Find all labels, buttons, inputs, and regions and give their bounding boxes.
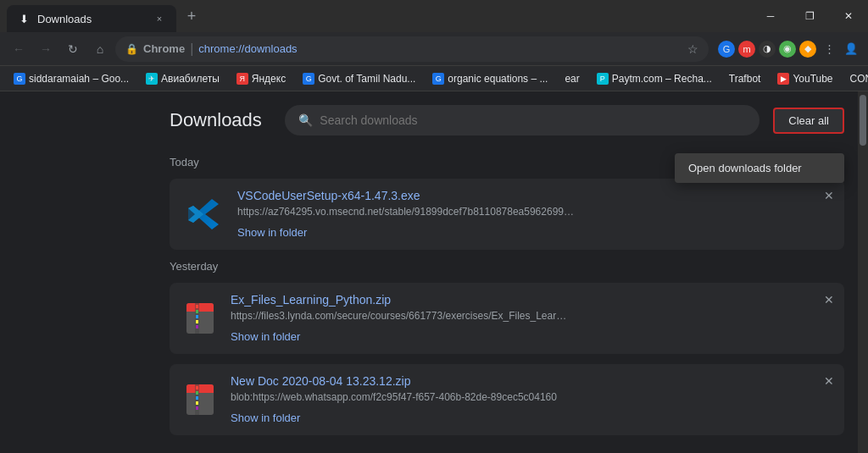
show-in-folder-0[interactable]: Show in folder <box>237 226 307 239</box>
toolbar-icons: G m ◑ ◉ ◆ ⋮ 👤 <box>717 39 861 59</box>
bookmark-item-3[interactable]: G Govt. of Tamil Nadu... <box>296 71 422 86</box>
download-info-1: Ex_Files_Learning_Python.zip https://fil… <box>231 293 831 344</box>
svg-rect-5 <box>186 308 214 312</box>
download-filename-2: New Doc 2020-08-04 13.23.12.zip <box>231 374 831 388</box>
svg-rect-11 <box>196 325 198 329</box>
search-icon: 🔍 <box>298 113 313 127</box>
bookmark-favicon-4: G <box>432 73 444 85</box>
bookmark-label-9: CONTENT WRITING... <box>850 73 868 85</box>
download-url-0: https://az764295.vo.msecnd.net/stable/91… <box>237 206 576 218</box>
bookmark-label-1: Авиабилеты <box>161 73 220 85</box>
svg-marker-2 <box>188 206 203 223</box>
download-filename-0: VSCodeUserSetup-x64-1.47.3.exe <box>237 189 831 202</box>
bookmark-favicon-0: G <box>14 73 25 85</box>
svg-rect-20 <box>196 406 198 410</box>
close-button[interactable]: ✕ <box>829 0 868 32</box>
bookmark-favicon-2: Я <box>236 73 248 85</box>
download-filename-1: Ex_Files_Learning_Python.zip <box>231 293 831 307</box>
bookmark-label-6: Paytm.com – Recha... <box>612 73 712 85</box>
dropdown-menu: Open downloads folder <box>675 153 844 183</box>
download-info-0: VSCodeUserSetup-x64-1.47.3.exe https://a… <box>237 189 831 240</box>
page-container: Downloads 🔍 Clear all Open downloads fol… <box>0 91 868 453</box>
bookmark-favicon-1: ✈ <box>146 73 158 85</box>
window-controls: ─ ❐ ✕ <box>751 0 868 32</box>
svg-rect-8 <box>196 310 198 313</box>
address-bar: ← → ↻ ⌂ 🔒 Chrome | chrome://downloads ☆ … <box>0 32 868 66</box>
download-url-1: https://files3.lynda.com/secure/courses/… <box>231 310 570 322</box>
separator: | <box>190 41 193 57</box>
tab-close-button[interactable]: × <box>153 12 166 25</box>
more-tools-button[interactable]: ⋮ <box>819 39 839 59</box>
svg-rect-9 <box>196 315 198 318</box>
bookmark-item-9[interactable]: CONTENT WRITING... <box>843 71 868 86</box>
svg-rect-7 <box>196 305 198 308</box>
tab-title: Downloads <box>37 13 146 25</box>
ext-icon-5[interactable]: ◆ <box>799 41 816 58</box>
download-item-0: VSCodeUserSetup-x64-1.47.3.exe https://a… <box>170 179 844 250</box>
bookmark-favicon-6: P <box>597 73 609 85</box>
clear-all-button[interactable]: Clear all <box>773 108 844 134</box>
bookmark-item-8[interactable]: ▶ YouTube <box>771 71 839 86</box>
bookmark-favicon-3: G <box>303 73 314 85</box>
bookmark-item-1[interactable]: ✈ Авиабилеты <box>139 71 226 86</box>
download-info-2: New Doc 2020-08-04 13.23.12.zip blob:htt… <box>231 374 831 425</box>
new-tab-button[interactable]: + <box>180 4 203 28</box>
url-display: chrome://downloads <box>198 42 682 55</box>
bookmarks-bar: G siddaramaiah – Goo... ✈ Авиабилеты Я Я… <box>0 66 868 91</box>
site-name: Chrome <box>143 42 185 55</box>
minimize-button[interactable]: ─ <box>751 0 790 32</box>
maximize-button[interactable]: ❐ <box>790 0 829 32</box>
bookmark-label-2: Яндекс <box>252 73 286 85</box>
remove-download-2[interactable]: ✕ <box>824 374 834 388</box>
bookmark-label-5: ear <box>565 73 579 85</box>
clear-all-container: Clear all Open downloads folder <box>773 108 844 134</box>
bookmark-item-7[interactable]: Trafbot <box>722 71 768 86</box>
page-title: Downloads <box>170 109 262 131</box>
download-item-2: New Doc 2020-08-04 13.23.12.zip blob:htt… <box>170 364 844 435</box>
scrollbar-thumb[interactable] <box>860 95 866 146</box>
ext-icon-4[interactable]: ◉ <box>779 41 796 58</box>
remove-download-1[interactable]: ✕ <box>824 293 834 307</box>
svg-rect-14 <box>186 389 214 393</box>
bookmark-label-8: YouTube <box>793 73 832 85</box>
bookmark-label-0: siddaramaiah – Goo... <box>29 73 129 85</box>
svg-rect-16 <box>196 386 198 389</box>
downloads-header: Downloads 🔍 Clear all Open downloads fol… <box>170 91 844 149</box>
forward-button[interactable]: → <box>34 37 58 61</box>
refresh-button[interactable]: ↻ <box>61 37 85 61</box>
bookmark-item-4[interactable]: G organic equations – ... <box>426 71 554 86</box>
scrollbar-track[interactable] <box>858 91 868 453</box>
bookmark-item-0[interactable]: G siddaramaiah – Goo... <box>7 71 136 86</box>
tab-bar: ⬇ Downloads × + ─ ❐ ✕ <box>0 0 868 32</box>
show-in-folder-1[interactable]: Show in folder <box>231 330 300 343</box>
zip-icon-2 <box>183 383 217 417</box>
back-button[interactable]: ← <box>7 37 31 61</box>
svg-rect-18 <box>196 396 198 400</box>
tab-favicon: ⬇ <box>17 12 31 25</box>
show-in-folder-2[interactable]: Show in folder <box>231 412 300 424</box>
bookmark-label-4: organic equations – ... <box>448 73 548 85</box>
ext-icon-1[interactable]: G <box>718 41 735 58</box>
ext-icon-3[interactable]: ◑ <box>759 41 776 58</box>
bookmark-item-6[interactable]: P Paytm.com – Recha... <box>590 71 719 86</box>
lock-icon: 🔒 <box>125 43 138 55</box>
svg-rect-10 <box>196 320 198 323</box>
downloads-content: Downloads 🔍 Clear all Open downloads fol… <box>0 91 858 453</box>
home-button[interactable]: ⌂ <box>88 37 112 61</box>
bookmark-label-7: Trafbot <box>729 73 761 85</box>
section-yesterday-label: Yesterday <box>170 260 844 273</box>
profile-button[interactable]: 👤 <box>841 39 861 59</box>
omnibox[interactable]: 🔒 Chrome | chrome://downloads ☆ <box>115 36 709 62</box>
search-input[interactable] <box>320 113 746 127</box>
download-url-2: blob:https://web.whatsapp.com/f2c95f47-f… <box>231 391 570 403</box>
bookmark-item-2[interactable]: Я Яндекс <box>230 71 292 86</box>
search-box[interactable]: 🔍 <box>285 105 760 135</box>
bookmark-star-icon[interactable]: ☆ <box>687 42 698 56</box>
open-downloads-folder-item[interactable]: Open downloads folder <box>675 153 844 183</box>
active-tab[interactable]: ⬇ Downloads × <box>7 5 176 32</box>
bookmark-item-5[interactable]: ear <box>558 71 586 86</box>
download-item-1: Ex_Files_Learning_Python.zip https://fil… <box>170 283 844 354</box>
ext-icon-2[interactable]: m <box>738 41 755 58</box>
remove-download-0[interactable]: ✕ <box>824 189 834 202</box>
svg-rect-19 <box>196 401 198 405</box>
